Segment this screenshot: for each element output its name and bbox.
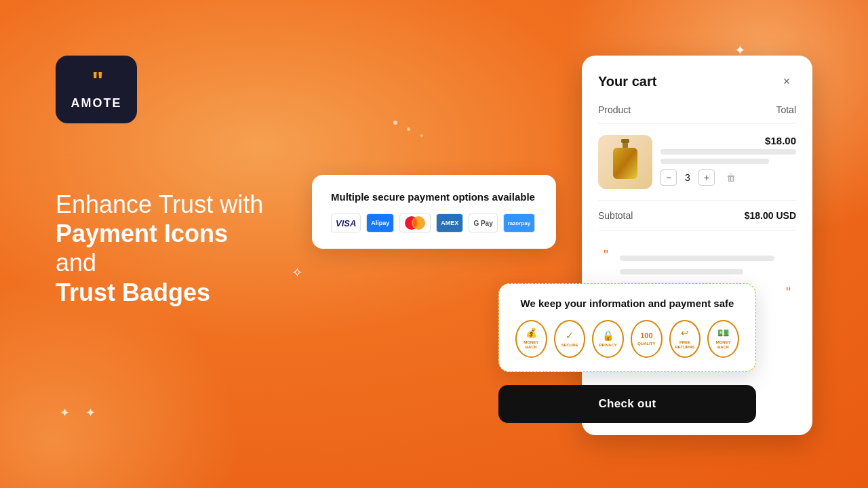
badge-funds-icon: 💵 <box>717 327 729 339</box>
product-col-header: Product <box>598 104 631 115</box>
badge-quality-icon: 100 <box>640 331 652 340</box>
trust-card-title: We keep your information and payment saf… <box>515 298 739 309</box>
trust-badges-card: We keep your information and payment saf… <box>498 283 756 372</box>
deco-dot-1 <box>393 121 397 125</box>
logo-icon: " <box>92 69 100 94</box>
badge-privacy-label: PRIVACY <box>599 343 617 348</box>
cart-subtotal-row: Subtotal $18.00 USD <box>598 200 796 231</box>
quote-line-1 <box>620 256 774 261</box>
badge-secure: ✓ SECURE <box>554 320 586 358</box>
badge-funds: 💵 MONEY BACK <box>707 320 739 358</box>
cart-item-details: $18.00 − 3 + 🗑 <box>660 135 796 189</box>
cart-item-image <box>598 135 652 189</box>
headline-line3: and <box>56 248 263 277</box>
checkout-button-container: Check out <box>498 385 756 423</box>
trust-badges-list: 💰 MONEY BACK ✓ SECURE 🔒 PRIVACY 100 QUAL… <box>515 320 739 358</box>
svg-rect-4 <box>613 148 637 179</box>
mastercard-icon <box>399 214 431 232</box>
skeleton-name-line <box>660 149 796 155</box>
checkout-button[interactable]: Check out <box>498 385 756 423</box>
alipay-icon: Alipay <box>366 214 394 232</box>
cart-close-button[interactable]: × <box>777 72 796 91</box>
deco-dot-2 <box>407 127 410 131</box>
total-col-header: Total <box>776 104 796 115</box>
cart-item-price: $18.00 <box>765 135 796 146</box>
headline-line2: Payment Icons <box>56 219 263 248</box>
badge-quality-label: QUALITY <box>637 342 655 346</box>
logo-name: AMOTE <box>71 96 122 110</box>
delete-item-button[interactable]: 🗑 <box>723 169 739 186</box>
badge-money-back-icon: 💰 <box>526 327 537 339</box>
quantity-decrease-button[interactable]: − <box>660 169 677 186</box>
badge-privacy-icon: 🔒 <box>602 330 614 342</box>
badge-secure-label: SECURE <box>561 343 578 348</box>
cart-header: Your cart × <box>598 72 796 91</box>
badge-privacy: 🔒 PRIVACY <box>592 320 624 358</box>
badge-returns-label: FREE RETURNS <box>673 340 697 350</box>
badge-returns: ↩ FREE RETURNS <box>669 320 701 358</box>
razorpay-icon: razorpay <box>503 214 535 232</box>
cart-table-header: Product Total <box>598 104 796 124</box>
deco-star-bottom-1: ✦ <box>60 405 70 420</box>
deco-star-bottom-2: ✦ <box>85 405 96 420</box>
badge-money-back-label: MONEY BACK <box>519 340 543 350</box>
quantity-increase-button[interactable]: + <box>698 169 715 186</box>
visa-icon: VISA <box>331 214 361 232</box>
subtotal-value: $18.00 USD <box>745 210 796 221</box>
quantity-control: − 3 + 🗑 <box>660 169 796 186</box>
headline: Enhance Trust with Payment Icons and Tru… <box>56 190 263 307</box>
badge-returns-icon: ↩ <box>681 327 689 339</box>
quote-close-icon: " <box>786 285 791 300</box>
quote-open-icon: " <box>604 247 608 263</box>
subtotal-label: Subtotal <box>598 210 633 221</box>
cart-panel: Your cart × Product Total <box>582 56 812 435</box>
badge-quality: 100 QUALITY <box>631 320 663 358</box>
svg-rect-2 <box>621 139 629 143</box>
deco-dot-3 <box>420 134 423 137</box>
badge-funds-label: MONEY BACK <box>711 340 735 350</box>
deco-star-middle-left: ✧ <box>292 264 303 281</box>
badge-secure-icon: ✓ <box>566 330 574 342</box>
badge-money-back: 💰 MONEY BACK <box>515 320 547 358</box>
payment-card-title: Multiple secure payment options availabl… <box>331 191 537 203</box>
logo: " AMOTE <box>56 56 137 123</box>
headline-line4: Trust Badges <box>56 278 263 307</box>
cart-title: Your cart <box>598 74 656 89</box>
quote-line-2 <box>620 269 743 274</box>
headline-line1: Enhance Trust with <box>56 190 263 219</box>
amex-icon: AMEX <box>436 214 463 232</box>
perfume-bottle-svg <box>610 139 640 185</box>
skeleton-desc-line <box>660 159 769 164</box>
quantity-value: 3 <box>682 172 693 183</box>
payment-options-card: Multiple secure payment options availabl… <box>312 175 556 249</box>
gpay-icon: G Pay <box>469 214 497 232</box>
svg-rect-3 <box>623 143 628 148</box>
payment-icons-list: VISA Alipay AMEX G Pay razorpay <box>331 214 537 232</box>
cart-item: $18.00 − 3 + 🗑 <box>598 135 796 189</box>
